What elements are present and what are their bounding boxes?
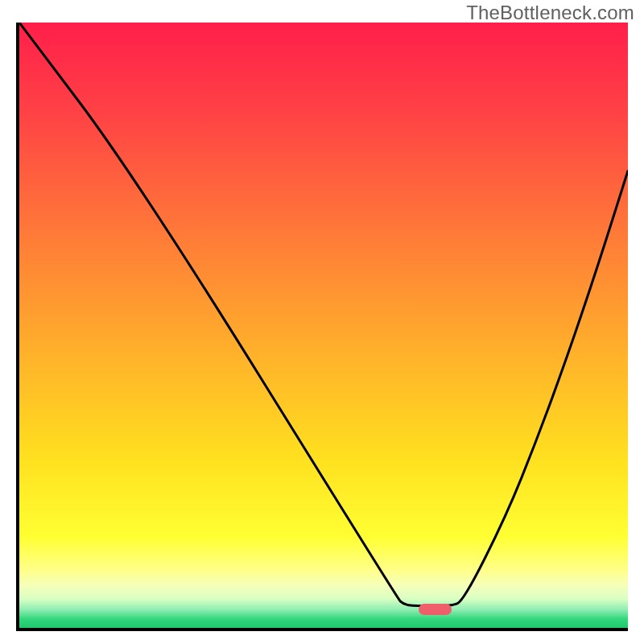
minimum-marker [419, 604, 452, 615]
watermark-text: TheBottleneck.com [466, 2, 634, 24]
plot-area [19, 23, 628, 628]
plot-frame [16, 23, 628, 631]
curve-line [19, 23, 628, 628]
chart-container: TheBottleneck.com [0, 0, 644, 644]
